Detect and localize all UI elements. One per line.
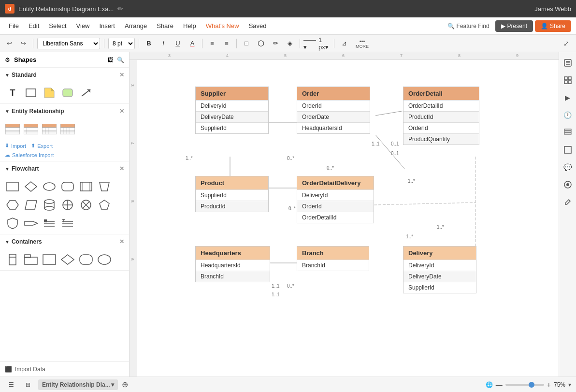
image-icon[interactable]: 🖼 xyxy=(107,57,113,63)
containers-close-icon[interactable]: ✕ xyxy=(119,238,124,245)
align-left-button[interactable]: ≡ xyxy=(206,38,218,49)
redo-button[interactable]: ↪ xyxy=(18,38,29,48)
fc-shield[interactable] xyxy=(5,216,20,231)
er-shape-4[interactable] xyxy=(60,121,75,137)
import-button[interactable]: ⬇ Import xyxy=(5,143,26,149)
fc-para[interactable] xyxy=(23,197,39,213)
fc-pent[interactable] xyxy=(97,197,112,213)
line-style-select[interactable]: ——▾ xyxy=(304,38,316,49)
undo-button[interactable]: ↩ xyxy=(4,38,15,48)
share-button[interactable]: 👤 Share xyxy=(535,20,571,32)
rect-shape[interactable] xyxy=(23,85,39,101)
fc-proc[interactable] xyxy=(78,179,94,194)
fc-rect[interactable] xyxy=(5,179,20,194)
expand-button[interactable]: ⤢ xyxy=(561,38,572,49)
er-shape-2[interactable] xyxy=(23,121,39,137)
fill-color-button[interactable]: ⬡ xyxy=(255,38,267,49)
flowchart-section-header[interactable]: ▼ Flowchart ✕ xyxy=(0,161,129,176)
order-entity[interactable]: Order OrderId OrderDate HeadquartersId xyxy=(297,87,370,134)
salesforce-import-button[interactable]: ☁ Salesforce Import xyxy=(0,152,129,161)
italic-button[interactable]: I xyxy=(158,38,169,49)
supplier-entity[interactable]: Supplier DeliveryId DeliveryDate Supplie… xyxy=(195,87,269,134)
orderdetaildelivery-entity[interactable]: OrderDetailDelivery DeliveryId OrderId O… xyxy=(297,176,374,223)
font-size-select[interactable]: 8 pt xyxy=(108,38,135,49)
fc-xcircle[interactable] xyxy=(78,197,94,213)
grid-view-button[interactable]: ☰ xyxy=(5,379,18,390)
search-icon[interactable]: 🔍 xyxy=(117,57,124,63)
standard-section-header[interactable]: ▼ Standard ✕ xyxy=(0,68,129,82)
fc-list2[interactable] xyxy=(60,216,75,231)
menu-insert[interactable]: Insert xyxy=(95,20,119,31)
orderdetail-entity[interactable]: OrderDetail OrderDetailId ProductId Orde… xyxy=(403,87,479,145)
present-panel-button[interactable]: ▶ xyxy=(561,91,575,104)
c-bar[interactable] xyxy=(5,252,20,267)
more-button[interactable]: ••• MORE xyxy=(353,37,372,50)
delivery-entity[interactable]: Delivery DeliveryId DeliveryDate Supplie… xyxy=(403,246,476,293)
import-data-button[interactable]: ⬛ Import Data xyxy=(0,362,129,377)
flowchart-close-icon[interactable]: ✕ xyxy=(119,165,124,172)
c-plain[interactable] xyxy=(42,252,57,267)
notes-panel-button[interactable]: 💬 xyxy=(561,160,575,174)
zoom-thumb[interactable] xyxy=(529,382,534,388)
headquarters-entity[interactable]: Headquarters HeadquartersId BranchId xyxy=(195,246,270,282)
font-color-button[interactable]: A xyxy=(187,38,198,49)
menu-select[interactable]: Select xyxy=(45,20,70,31)
present-button[interactable]: ▶ Present xyxy=(495,20,533,32)
fc-list1[interactable] xyxy=(42,216,57,231)
add-page-button[interactable]: ⊕ xyxy=(122,380,128,389)
c-tabbed[interactable] xyxy=(23,252,39,267)
menu-view[interactable]: View xyxy=(72,20,94,31)
er-shape-1[interactable] xyxy=(5,121,20,137)
er-shape-3[interactable] xyxy=(42,121,57,137)
edit-panel-button[interactable] xyxy=(561,195,575,209)
fc-arrow-out[interactable] xyxy=(23,216,39,231)
c-ellipse[interactable] xyxy=(97,252,112,267)
edit-title-icon[interactable]: ✏ xyxy=(117,5,123,13)
menu-file[interactable]: File xyxy=(5,20,23,31)
fill-button[interactable]: □ xyxy=(241,38,252,49)
arrow-shape[interactable] xyxy=(78,85,94,101)
waypoint-button[interactable]: ⊿ xyxy=(338,38,350,49)
time-panel-button[interactable]: 🕐 xyxy=(561,108,575,122)
fc-cross[interactable] xyxy=(60,197,75,213)
er-section-header[interactable]: ▼ Entity Relationship ✕ xyxy=(0,104,129,118)
rounded-rect-shape[interactable] xyxy=(60,85,75,101)
fc-trap[interactable] xyxy=(97,179,112,194)
feature-find-button[interactable]: 🔍 Feature Find xyxy=(444,21,493,31)
c-rounded-rect[interactable] xyxy=(78,252,94,267)
style-panel-button[interactable] xyxy=(561,178,575,191)
font-family-select[interactable]: Liberation Sans xyxy=(37,38,100,49)
style-button[interactable]: ◈ xyxy=(284,38,296,49)
note-shape[interactable] xyxy=(42,85,57,101)
c-diamond[interactable] xyxy=(60,252,75,267)
containers-section-header[interactable]: ▼ Containers ✕ xyxy=(0,234,129,249)
bold-button[interactable]: B xyxy=(143,38,155,49)
text-shape[interactable]: T xyxy=(5,85,20,101)
zoom-dropdown-arrow[interactable]: ▾ xyxy=(568,381,571,388)
zoom-out-button[interactable]: — xyxy=(496,381,503,389)
tiles-view-button[interactable]: ⊞ xyxy=(22,379,34,390)
standard-close-icon[interactable]: ✕ xyxy=(119,72,124,78)
align-text-button[interactable]: ≡ xyxy=(221,38,232,49)
canvas[interactable]: 1..1 0..1 0..1 1..* 0..* 1..* 1..* 1..1 … xyxy=(137,60,559,377)
menu-help[interactable]: Help xyxy=(179,20,200,31)
layers-panel-button[interactable] xyxy=(561,126,575,139)
page-tab[interactable]: Entity Relationship Dia... ▾ xyxy=(38,379,118,390)
branch-entity[interactable]: Branch BranchId xyxy=(297,246,369,271)
shape-panel-button[interactable] xyxy=(561,143,575,157)
underline-button[interactable]: U xyxy=(172,38,184,49)
fc-rounded[interactable] xyxy=(60,179,75,194)
menu-edit[interactable]: Edit xyxy=(25,20,43,31)
er-close-icon[interactable]: ✕ xyxy=(119,108,124,115)
format-panel-button[interactable] xyxy=(561,56,575,70)
menu-whats-new[interactable]: What's New xyxy=(202,20,243,31)
fc-oval[interactable] xyxy=(42,179,57,194)
fc-hex[interactable] xyxy=(5,197,20,213)
menu-arrange[interactable]: Arrange xyxy=(121,20,151,31)
menu-saved[interactable]: Saved xyxy=(245,20,271,31)
zoom-slider[interactable] xyxy=(505,384,544,386)
line-color-button[interactable]: ✏ xyxy=(270,38,281,49)
fc-diamond[interactable] xyxy=(23,179,39,194)
product-entity[interactable]: Product SupplierId ProductId xyxy=(195,176,269,212)
fc-cyl[interactable] xyxy=(42,197,57,213)
